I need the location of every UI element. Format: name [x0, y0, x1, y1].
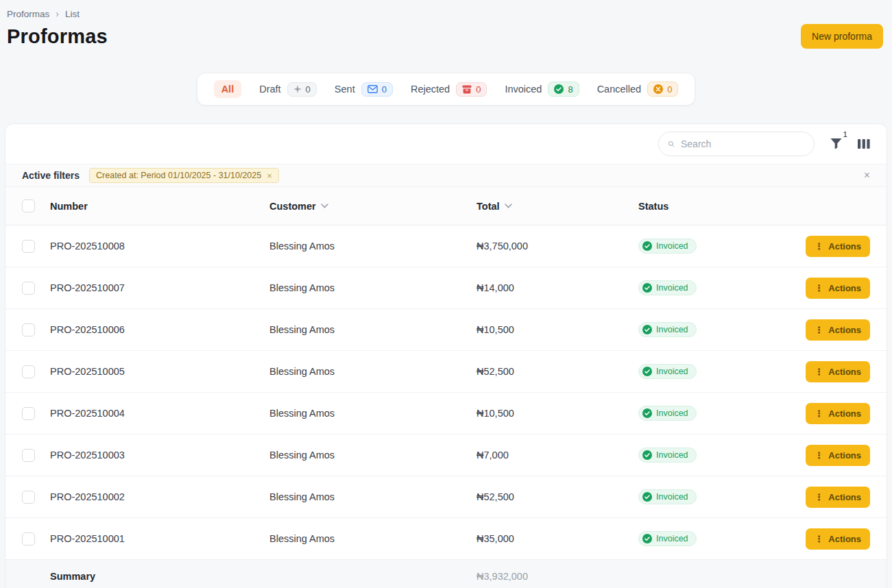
tab-invoiced-label: Invoiced	[505, 84, 542, 95]
columns-icon	[858, 138, 870, 149]
tab-sent[interactable]: Sent 0	[335, 82, 393, 97]
status-badge: Invoiced	[638, 238, 697, 254]
vertical-ellipsis-icon: ⋮	[815, 409, 823, 418]
active-filters-bar: Active filters Created at: Period 01/10/…	[5, 164, 887, 187]
row-checkbox[interactable]	[22, 323, 35, 336]
status-badge-label: Invoiced	[656, 492, 688, 502]
check-circle-icon	[642, 408, 652, 418]
search-box[interactable]	[658, 132, 815, 156]
actions-button-label: Actions	[828, 325, 861, 335]
select-all-checkbox[interactable]	[22, 199, 35, 212]
status-badge-label: Invoiced	[656, 283, 688, 293]
row-checkbox[interactable]	[22, 449, 35, 462]
row-number: PRO-202510007	[50, 282, 269, 293]
tab-cancelled[interactable]: Cancelled 0	[597, 82, 679, 97]
actions-button-label: Actions	[828, 534, 861, 544]
row-checkbox[interactable]	[22, 407, 35, 420]
breadcrumb-separator-icon: ›	[56, 8, 59, 19]
column-header-total[interactable]: Total	[477, 201, 512, 212]
clear-filters-icon[interactable]: ×	[864, 170, 870, 181]
cancel-circle-icon	[653, 84, 663, 94]
check-circle-icon	[642, 534, 652, 543]
check-circle-icon	[642, 325, 652, 334]
vertical-ellipsis-icon: ⋮	[815, 535, 823, 543]
row-customer: Blessing Amos	[269, 324, 477, 335]
filter-button[interactable]: 1	[830, 138, 843, 150]
status-badge: Invoiced	[638, 448, 697, 463]
row-actions-button[interactable]: ⋮ Actions	[806, 278, 870, 299]
vertical-ellipsis-icon: ⋮	[815, 242, 823, 251]
new-proforma-button[interactable]: New proforma	[801, 24, 883, 49]
tab-draft[interactable]: Draft 0	[259, 82, 317, 97]
search-input[interactable]	[681, 138, 805, 149]
row-actions-button[interactable]: ⋮ Actions	[806, 487, 870, 508]
row-checkbox[interactable]	[22, 282, 35, 295]
column-header-number: Number	[50, 201, 269, 212]
row-actions-button[interactable]: ⋮ Actions	[806, 319, 870, 341]
table-header-row: Number Customer Total Status	[5, 187, 887, 225]
status-badge-label: Invoiced	[656, 408, 688, 418]
vertical-ellipsis-icon: ⋮	[815, 493, 823, 502]
status-badge-label: Invoiced	[656, 325, 688, 334]
tabs-wrap: All Draft 0 Sent 0 Rejected 0 Invoiced	[0, 73, 892, 106]
tab-all[interactable]: All	[214, 80, 242, 98]
breadcrumb-proformas[interactable]: Proformas	[7, 9, 49, 19]
check-circle-icon	[642, 283, 652, 293]
row-checkbox[interactable]	[22, 240, 35, 253]
vertical-ellipsis-icon: ⋮	[815, 451, 823, 460]
actions-button-label: Actions	[828, 492, 861, 502]
status-badge: Invoiced	[638, 531, 697, 546]
breadcrumb: Proformas › List	[7, 8, 883, 19]
row-total: ₦3,750,000	[477, 241, 638, 252]
active-filters-label: Active filters	[22, 170, 80, 181]
columns-button[interactable]	[858, 138, 870, 149]
status-badge-label: Invoiced	[656, 450, 688, 460]
row-actions-button[interactable]: ⋮ Actions	[806, 403, 870, 424]
page-title: Proformas	[7, 25, 883, 48]
row-customer: Blessing Amos	[269, 366, 477, 377]
row-customer: Blessing Amos	[269, 450, 477, 461]
status-tabs: All Draft 0 Sent 0 Rejected 0 Invoiced	[197, 73, 696, 106]
table-row: PRO-202510006 Blessing Amos ₦10,500 Invo…	[5, 309, 887, 351]
row-number: PRO-202510003	[50, 450, 269, 461]
column-header-status: Status	[638, 201, 799, 212]
row-total: ₦14,000	[477, 282, 638, 293]
row-actions-button[interactable]: ⋮ Actions	[806, 445, 870, 466]
breadcrumb-list[interactable]: List	[65, 9, 80, 19]
vertical-ellipsis-icon: ⋮	[815, 326, 823, 334]
table-body: PRO-202510008 Blessing Amos ₦3,750,000 I…	[5, 225, 887, 560]
table-row: PRO-202510003 Blessing Amos ₦7,000 Invoi…	[5, 434, 887, 476]
status-badge: Invoiced	[638, 489, 697, 504]
tab-rejected-label: Rejected	[411, 84, 450, 95]
column-header-customer[interactable]: Customer	[269, 201, 328, 212]
row-total: ₦10,500	[477, 324, 638, 335]
row-number: PRO-202510002	[50, 491, 269, 502]
row-checkbox[interactable]	[22, 532, 35, 546]
tab-invoiced[interactable]: Invoiced 8	[505, 82, 579, 97]
row-number: PRO-202510008	[50, 241, 269, 252]
status-badge: Invoiced	[638, 322, 697, 337]
row-total: ₦52,500	[477, 491, 638, 502]
row-actions-button[interactable]: ⋮ Actions	[806, 236, 870, 257]
status-badge: Invoiced	[638, 406, 697, 421]
row-checkbox[interactable]	[22, 491, 35, 504]
actions-button-label: Actions	[828, 408, 861, 419]
summary-total: ₦3,932,000	[477, 571, 638, 582]
created-at-filter-chip[interactable]: Created at: Period 01/10/2025 - 31/10/20…	[89, 168, 279, 183]
tab-rejected[interactable]: Rejected 0	[411, 82, 487, 97]
row-checkbox[interactable]	[22, 365, 35, 378]
sparkle-icon	[293, 85, 302, 93]
tab-all-label: All	[221, 84, 234, 95]
tab-rejected-count-chip: 0	[456, 82, 487, 97]
table-row: PRO-202510001 Blessing Amos ₦35,000 Invo…	[5, 518, 887, 560]
row-actions-button[interactable]: ⋮ Actions	[806, 528, 870, 550]
filter-chip-remove-icon[interactable]: ×	[267, 171, 272, 180]
row-actions-button[interactable]: ⋮ Actions	[806, 361, 870, 382]
table-row: PRO-202510008 Blessing Amos ₦3,750,000 I…	[5, 225, 887, 267]
row-customer: Blessing Amos	[269, 241, 477, 252]
page-header: Proformas › List Proformas New proforma	[0, 0, 892, 48]
tab-invoiced-count-chip: 8	[548, 82, 579, 97]
row-number: PRO-202510001	[50, 533, 269, 544]
proformas-list-card: 1 Active filters Created at: Period 01/1…	[5, 123, 887, 588]
row-customer: Blessing Amos	[269, 491, 477, 502]
